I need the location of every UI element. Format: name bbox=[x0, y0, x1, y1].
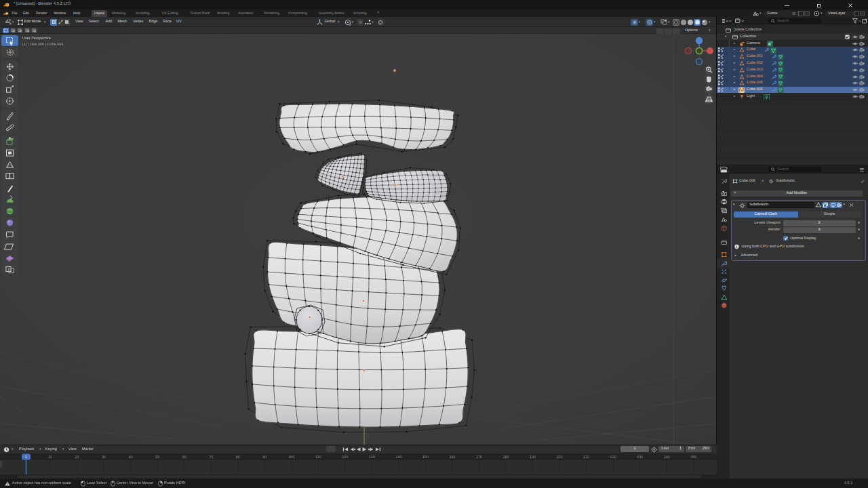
svg-text:40: 40 bbox=[129, 455, 133, 460]
svg-text:110: 110 bbox=[315, 455, 321, 460]
svg-text:10: 10 bbox=[48, 455, 52, 460]
svg-text:80: 80 bbox=[236, 455, 240, 460]
svg-text:120: 120 bbox=[342, 455, 348, 460]
svg-text:150: 150 bbox=[422, 455, 429, 460]
svg-text:200: 200 bbox=[557, 455, 563, 460]
svg-text:130: 130 bbox=[369, 455, 375, 460]
svg-text:30: 30 bbox=[102, 455, 106, 460]
svg-text:70: 70 bbox=[209, 455, 213, 460]
svg-text:50: 50 bbox=[155, 455, 159, 460]
svg-text:250: 250 bbox=[690, 455, 696, 460]
svg-text:230: 230 bbox=[637, 455, 643, 460]
svg-text:240: 240 bbox=[664, 455, 670, 460]
svg-text:180: 180 bbox=[503, 455, 509, 460]
svg-text:190: 190 bbox=[530, 455, 536, 460]
svg-text:170: 170 bbox=[476, 455, 482, 460]
svg-text:1: 1 bbox=[25, 455, 27, 460]
svg-text:140: 140 bbox=[395, 455, 401, 460]
svg-text:60: 60 bbox=[182, 455, 186, 460]
svg-text:160: 160 bbox=[449, 455, 455, 460]
svg-text:220: 220 bbox=[610, 455, 616, 460]
svg-text:90: 90 bbox=[262, 455, 267, 460]
svg-text:100: 100 bbox=[288, 455, 294, 460]
svg-text:210: 210 bbox=[583, 455, 589, 460]
svg-text:20: 20 bbox=[75, 455, 79, 460]
